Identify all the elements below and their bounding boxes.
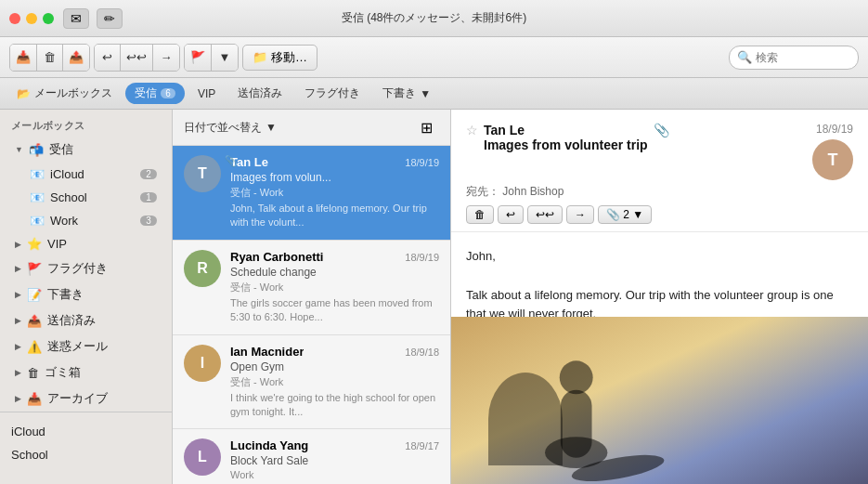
tag-ryan: 受信 - Work: [230, 281, 439, 294]
icloud-icon: 📧: [30, 167, 45, 181]
svg-point-3: [560, 360, 593, 394]
tab-flagged-label: フラグ付き: [304, 85, 360, 101]
junk-icon: ⚠️: [27, 340, 42, 354]
detail-reply-button[interactable]: ↩: [498, 205, 524, 224]
detail-reply-all-button[interactable]: ↩↩: [527, 205, 563, 224]
filter-icon[interactable]: ⊞: [413, 117, 439, 137]
preview-tan-le: John, Talk about a lifelong memory. Our …: [230, 202, 439, 230]
triangle-right-icon6: ▶: [15, 368, 21, 377]
spam-button[interactable]: 📤: [63, 45, 89, 71]
avatar-lucinda: L: [184, 438, 221, 476]
close-button[interactable]: [9, 13, 20, 24]
detail-actions: 🗑 ↩ ↩↩ → 📎 2 ▼: [466, 205, 853, 224]
reply-all-button[interactable]: ↩↩: [121, 45, 153, 71]
tab-inbox[interactable]: 受信 6: [125, 83, 185, 104]
sidebar-footer-school[interactable]: School: [0, 443, 172, 466]
sidebar-item-sent[interactable]: ▶ 📤 送信済み: [4, 308, 168, 333]
detail-title-row: ☆ Tan Le Images from volunteer trip 📎 18…: [466, 123, 853, 180]
tab-vip[interactable]: VIP: [188, 85, 225, 103]
mail-list-header: 日付で並べ替え ▼ ⊞: [173, 110, 450, 146]
triangle-right-icon2: ▶: [15, 264, 21, 273]
flag-button[interactable]: 🚩: [185, 45, 212, 71]
drafts-icon: 📝: [27, 288, 42, 302]
tab-drafts[interactable]: 下書き ▼: [373, 83, 440, 104]
reply-button[interactable]: ↩: [95, 45, 121, 71]
tab-mailbox-label: メールボックス: [34, 85, 112, 101]
sidebar-item-vip[interactable]: ▶ ⭐ VIP: [4, 233, 168, 255]
body-greeting: John,: [466, 247, 853, 267]
triangle-right-icon4: ▶: [15, 316, 21, 325]
school-icon: 📧: [30, 190, 45, 204]
sidebar-item-trash[interactable]: ▶ 🗑 ゴミ箱: [4, 360, 168, 385]
attachment-icon-tan-le: 📎: [225, 155, 238, 167]
triangle-down-icon: ▼: [15, 145, 23, 154]
sidebar-item-icloud[interactable]: 📧 iCloud 2: [4, 164, 168, 185]
tab-sent[interactable]: 送信済み: [228, 83, 291, 104]
subject-ian: Open Gym: [230, 360, 439, 373]
sidebar-item-school[interactable]: 📧 School 1: [4, 187, 168, 208]
detail-attachment-button[interactable]: 📎 2 ▼: [598, 205, 652, 224]
preview-ian: I think we're going to the high school f…: [230, 391, 439, 420]
tab-flagged[interactable]: フラグ付き: [295, 83, 369, 104]
move-button[interactable]: 📁 移動…: [242, 45, 317, 71]
move-label: 移動…: [271, 49, 307, 66]
mail-item-ian[interactable]: I Ian Macnider 18/9/18 Open Gym 受信 - Wor…: [173, 335, 450, 430]
tab-mailbox[interactable]: 📂 メールボックス: [7, 83, 122, 104]
mail-item-tan-le[interactable]: T Tan Le 18/9/19 Images from volun... 受信…: [173, 146, 450, 241]
avatar-ryan: R: [184, 250, 221, 287]
sidebar-item-junk[interactable]: ▶ ⚠️ 迷惑メール: [4, 334, 168, 359]
archive-label: アーカイブ: [47, 390, 108, 407]
sidebar-item-inbox[interactable]: ▼ 📬 受信: [4, 137, 168, 162]
sidebar: メールボックス ▼ 📬 受信 📧 iCloud 2 📧 School 1 📧 W…: [0, 110, 173, 484]
detail-from-name: Tan Le: [484, 123, 648, 137]
delete-button[interactable]: 🗑: [37, 45, 63, 71]
date-lucinda: 18/9/17: [405, 440, 439, 451]
toolbar: 📥 🗑 📤 ↩ ↩↩ → 🚩 ▼ 📁 移動… 🔍: [0, 37, 868, 78]
avatar-ian: I: [184, 345, 221, 382]
drafts-dropdown-icon: ▼: [420, 87, 431, 100]
archive-icon: 📥: [27, 392, 42, 406]
flag-dropdown-button[interactable]: ▼: [212, 45, 238, 71]
detail-header: ☆ Tan Le Images from volunteer trip 📎 18…: [451, 110, 868, 232]
sidebar-item-drafts[interactable]: ▶ 📝 下書き: [4, 282, 168, 307]
sidebar-item-flagged[interactable]: ▶ 🚩 フラグ付き: [4, 256, 168, 281]
mail-detail: ☆ Tan Le Images from volunteer trip 📎 18…: [451, 110, 868, 484]
sidebar-footer-icloud[interactable]: iCloud: [0, 420, 172, 443]
detail-image-svg: [451, 317, 868, 484]
star-icon: ⭐: [27, 237, 42, 251]
search-icon: 🔍: [737, 50, 752, 64]
mail-content-ian: Ian Macnider 18/9/18 Open Gym 受信 - Work …: [230, 345, 439, 420]
maximize-button[interactable]: [43, 13, 54, 24]
date-ian: 18/9/18: [405, 347, 439, 358]
forward-button[interactable]: →: [153, 45, 179, 71]
archive-button[interactable]: 📥: [10, 45, 37, 71]
edit-icon[interactable]: ✏: [97, 8, 123, 29]
detail-subject: Images from volunteer trip: [484, 137, 648, 152]
tab-drafts-label: 下書き: [382, 85, 416, 101]
sort-label-text: 日付で並べ替え: [184, 120, 262, 136]
title-bar-actions: ✉ ✏: [63, 8, 123, 29]
sort-selector[interactable]: 日付で並べ替え ▼: [184, 120, 277, 136]
mail-content-lucinda: Lucinda Yang 18/9/17 Block Yard Sale Wor…: [230, 438, 439, 484]
subject-lucinda: Block Yard Sale: [230, 454, 439, 467]
detail-delete-button[interactable]: 🗑: [466, 205, 494, 224]
mail-list: 日付で並べ替え ▼ ⊞ T Tan Le 18/9/19 Images from…: [173, 110, 451, 484]
minimize-button[interactable]: [26, 13, 37, 24]
search-input[interactable]: [756, 51, 850, 64]
sidebar-item-work[interactable]: 📧 Work 3: [4, 210, 168, 231]
subject-tan-le: Images from volun...: [230, 171, 439, 184]
search-box[interactable]: 🔍: [729, 46, 859, 70]
inbox-label: 受信: [49, 141, 73, 158]
detail-to-label: 宛先：: [466, 185, 499, 198]
flagged-label: フラグ付き: [47, 260, 108, 277]
detail-to-name: John Bishop: [502, 185, 564, 198]
mail-item-ryan[interactable]: R Ryan Carbonetti 18/9/19 Schedule chang…: [173, 241, 450, 335]
avatar-tan-le: T: [184, 155, 221, 192]
detail-forward-button[interactable]: →: [566, 205, 594, 224]
star-button[interactable]: ☆: [466, 123, 478, 137]
sidebar-item-archive[interactable]: ▶ 📥 アーカイブ: [4, 386, 168, 411]
mail-item-lucinda[interactable]: L Lucinda Yang 18/9/17 Block Yard Sale W…: [173, 429, 450, 484]
compose-icon[interactable]: ✉: [63, 8, 89, 29]
inbox-icon: 📬: [29, 143, 44, 157]
sender-lucinda: Lucinda Yang: [230, 438, 308, 452]
